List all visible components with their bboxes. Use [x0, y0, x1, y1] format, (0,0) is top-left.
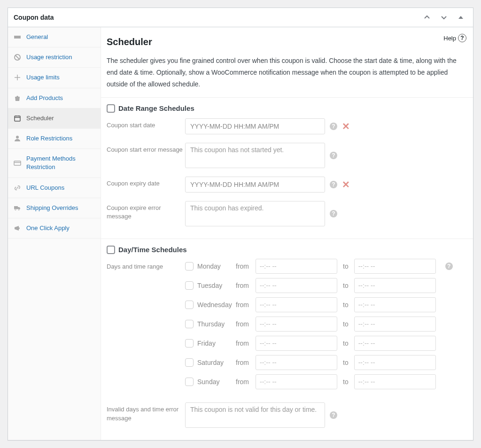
tab-label: General	[26, 33, 48, 41]
help-link[interactable]: Help ?	[443, 34, 466, 42]
date-range-toggle-checkbox[interactable]	[107, 104, 115, 113]
time-from-input[interactable]	[256, 259, 337, 274]
chevron-up-icon	[423, 14, 431, 21]
svg-line-1	[16, 55, 19, 59]
daytime-section: Day/Time Schedules Days and time range M…	[101, 239, 473, 440]
expiry-date-input[interactable]	[185, 177, 325, 193]
day-name-label: Friday	[197, 340, 232, 347]
to-label: to	[343, 320, 349, 328]
postbox-handle-actions	[419, 9, 473, 26]
tab-label: Scheduler	[26, 114, 54, 123]
svg-rect-7	[14, 161, 21, 165]
from-label: from	[236, 340, 252, 347]
time-to-input[interactable]	[354, 336, 436, 351]
to-label: to	[343, 282, 349, 289]
postbox-title: Coupon data	[8, 8, 60, 27]
day-name-label: Tuesday	[197, 282, 232, 289]
help-icon[interactable]: ?	[330, 123, 337, 130]
day-row: Fridayfromto	[185, 336, 467, 351]
tab-url-coupons: URL Coupons	[8, 178, 101, 198]
from-label: from	[236, 378, 252, 386]
day-name-label: Saturday	[197, 359, 232, 366]
date-range-heading: Date Range Schedules	[118, 104, 194, 112]
day-checkbox[interactable]	[185, 378, 194, 386]
from-label: from	[236, 320, 252, 328]
day-checkbox[interactable]	[185, 320, 194, 328]
time-to-input[interactable]	[354, 278, 436, 293]
chevron-down-icon	[440, 14, 448, 21]
to-label: to	[343, 340, 349, 347]
days-range-label: Days and time range	[107, 260, 185, 271]
ticket-icon	[14, 33, 21, 41]
day-row: Sundayfromto	[185, 374, 467, 389]
tab-label: URL Coupons	[26, 184, 64, 192]
tab-general: General	[8, 27, 101, 47]
tab-label: Role Restrictions	[26, 134, 72, 143]
tab-label: Add Products	[26, 94, 63, 102]
to-label: to	[343, 378, 349, 386]
help-icon[interactable]: ?	[330, 181, 337, 188]
day-checkbox[interactable]	[185, 358, 194, 367]
tab-label: Usage limits	[26, 73, 60, 82]
tab-label: Usage restriction	[26, 53, 72, 62]
time-from-input[interactable]	[256, 297, 337, 312]
start-date-input[interactable]	[185, 118, 325, 134]
caret-up-icon	[458, 15, 464, 20]
tab-one-click-apply: One Click Apply	[8, 218, 101, 239]
tab-label: One Click Apply	[26, 224, 70, 232]
remove-icon[interactable]: ✕	[342, 122, 350, 131]
expiry-error-textarea[interactable]	[185, 201, 325, 226]
panel-title: Scheduler	[107, 37, 467, 47]
limits-icon	[14, 74, 21, 81]
from-label: from	[236, 263, 252, 270]
day-checkbox[interactable]	[185, 339, 194, 348]
help-label: Help	[443, 35, 456, 42]
time-from-input[interactable]	[256, 374, 337, 389]
calendar-icon	[14, 115, 21, 122]
move-up-button[interactable]	[419, 9, 435, 26]
help-icon[interactable]: ?	[445, 263, 453, 270]
tabs-list: General Usage restriction Usage limits A…	[8, 27, 101, 440]
user-icon	[14, 135, 21, 142]
help-icon[interactable]: ?	[330, 210, 337, 217]
help-icon[interactable]: ?	[330, 152, 337, 159]
expiry-date-label: Coupon expiry date	[107, 177, 185, 188]
help-icon[interactable]: ?	[330, 411, 337, 419]
invalid-days-textarea[interactable]	[185, 402, 325, 428]
time-to-input[interactable]	[354, 374, 436, 389]
time-from-input[interactable]	[256, 317, 337, 332]
link-icon	[14, 184, 21, 192]
time-to-input[interactable]	[354, 297, 436, 312]
daytime-toggle-checkbox[interactable]	[107, 246, 115, 254]
time-to-input[interactable]	[354, 259, 436, 274]
time-from-input[interactable]	[256, 278, 337, 293]
tab-label: Payment Methods Restriction	[26, 154, 95, 171]
toggle-panel-button[interactable]	[452, 9, 469, 26]
day-row: Thursdayfromto	[185, 317, 467, 332]
time-to-input[interactable]	[354, 355, 436, 370]
tab-payment-restriction: Payment Methods Restriction	[8, 149, 101, 178]
time-from-input[interactable]	[256, 355, 337, 370]
ban-icon	[14, 54, 21, 61]
tab-scheduler: Scheduler	[8, 108, 101, 129]
day-row: Mondayfromto?	[185, 259, 467, 274]
date-range-section: Date Range Schedules Coupon start date ?…	[101, 97, 473, 239]
day-checkbox[interactable]	[185, 281, 194, 290]
to-label: to	[343, 301, 349, 309]
day-name-label: Thursday	[197, 320, 232, 328]
megaphone-icon	[14, 224, 21, 232]
svg-rect-2	[15, 116, 20, 121]
start-error-textarea[interactable]	[185, 143, 325, 168]
move-down-button[interactable]	[435, 9, 452, 26]
remove-icon[interactable]: ✕	[342, 180, 350, 189]
day-name-label: Sunday	[197, 378, 232, 386]
from-label: from	[236, 301, 252, 309]
tab-usage-limits: Usage limits	[8, 68, 101, 88]
panel-wrap: General Usage restriction Usage limits A…	[8, 27, 473, 440]
time-to-input[interactable]	[354, 317, 436, 332]
from-label: from	[236, 359, 252, 366]
day-checkbox[interactable]	[185, 262, 194, 270]
day-checkbox[interactable]	[185, 301, 194, 309]
time-from-input[interactable]	[256, 336, 337, 351]
day-row: Wednesdayfromto	[185, 297, 467, 312]
